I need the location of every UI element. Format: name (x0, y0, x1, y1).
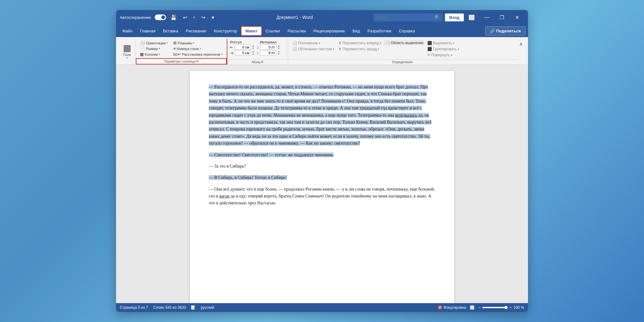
orientation-dropdown: ▾ (166, 42, 168, 44)
collapse-ribbon-btn[interactable]: ∧ (519, 41, 523, 47)
align-btn[interactable]: ⬛ Выровнять ▾ (425, 40, 461, 46)
send-backward-icon: ⬇ (338, 47, 341, 51)
fields-btn[interactable]: ▦ Поля ▾ (119, 39, 136, 63)
indent-right-up[interactable]: ▲ (252, 50, 254, 53)
ribbon-collapse-area: ∧ (517, 39, 525, 64)
orientation-btn[interactable]: ⬜ Ориентация ▾ (138, 40, 169, 46)
send-backward-btn[interactable]: ⬇ Переместить назад ▾ (336, 46, 383, 52)
zoom-in-btn[interactable]: + (509, 305, 512, 310)
paragraph-1: — Рассердился-то он рассердился, да, мож… (209, 84, 435, 147)
share-button[interactable]: 🔗 Поделиться (485, 26, 525, 36)
menu-view[interactable]: Вид (349, 27, 364, 35)
fit-page-icon[interactable]: ⬜ (470, 305, 475, 310)
status-bar: Страница 5 из 7 Слово 545 из 3633 📝 русс… (116, 303, 528, 312)
menu-review[interactable]: Рецензирование (310, 27, 349, 35)
spacing-after-up[interactable]: ▲ (278, 50, 280, 53)
undo-icon[interactable]: ↩ (181, 13, 189, 22)
fields-large-btn[interactable]: ▦ Поля ▾ (121, 42, 133, 60)
size-btn[interactable]: 📄 Размер ▾ (138, 46, 169, 51)
selection-pane-btn[interactable]: ⬜ Область выделения (384, 40, 425, 45)
spacing-after-down[interactable]: ▼ (278, 53, 280, 55)
window-title: Документ1 - Word (219, 15, 371, 20)
search-input[interactable] (373, 14, 442, 21)
menu-layout[interactable]: Макет (241, 26, 262, 36)
spacing-before-input[interactable] (260, 45, 276, 50)
menu-insert[interactable]: Вставка (159, 27, 182, 35)
language[interactable]: русский (201, 305, 214, 310)
send-backward-label: Переместить назад (342, 47, 377, 51)
ribbon-indent-spacing-group: Отступ Интервал ⇤ ▲ ▼ (227, 39, 288, 64)
menu-file[interactable]: Файл (119, 27, 136, 35)
indent-right-down[interactable]: ▼ (252, 53, 254, 55)
bring-forward-btn[interactable]: ⬆ Переместить вперёд ▾ (336, 40, 383, 46)
ribbon-toggle-icon[interactable]: ⬜ (464, 10, 479, 25)
fields-icon: ▦ (123, 43, 131, 53)
underline-word-1: испужалась (395, 113, 417, 118)
restore-button[interactable]: ❐ (495, 10, 509, 25)
zoom-bar-fill (482, 307, 508, 308)
menu-draw[interactable]: Рисование (182, 27, 210, 35)
search-container: 🔍 (373, 14, 442, 21)
zoom-out-btn[interactable]: − (478, 305, 480, 310)
line-numbers-btn[interactable]: ≡ Номера строк ▾ (172, 46, 224, 51)
window-title-text: Документ1 - Word (276, 15, 313, 20)
breaks-btn[interactable]: ⊞ Разрывы ▾ (172, 40, 224, 46)
columns-btn[interactable]: ▦ Колонки ▾ (138, 52, 169, 57)
indent-right-input[interactable] (235, 50, 251, 55)
indent-left-up[interactable]: ▲ (252, 45, 254, 47)
hyphenation-icon: bc↵ (173, 52, 181, 57)
position-wrap-btns: ⬜ Положение ▾ ⬜ Обтекание текстом ▾ (291, 40, 336, 52)
menu-home[interactable]: Главная (136, 27, 159, 35)
indent-left-down[interactable]: ▼ (252, 47, 254, 50)
spacing-before-icon: ↕ (257, 45, 259, 50)
position-btn[interactable]: ⬜ Положение ▾ (291, 40, 336, 46)
wrap-text-label: Обтекание текстом (298, 47, 332, 51)
zoom-bar[interactable] (482, 307, 508, 308)
orientation-label: Ориентация (146, 41, 165, 45)
indent-left-arrows: ▲ ▼ (252, 45, 254, 50)
focus-label[interactable]: 🎯 Фокусировка (438, 305, 466, 310)
hyphenation-btn[interactable]: bc↵ Расстановка переносов ▾ (172, 52, 224, 57)
fields-label: Поля (123, 53, 131, 57)
underline-word-2: вагон (219, 194, 230, 198)
menu-developer[interactable]: Разработчик (364, 27, 395, 35)
menu-mailings[interactable]: Рассылки (284, 27, 309, 35)
rotate-label: Повернуть (431, 53, 450, 57)
wrap-text-btn[interactable]: ⬜ Обтекание текстом ▾ (291, 46, 336, 52)
paragraph-5-text: — Они всё думают, что я еще болен, — про… (209, 187, 435, 206)
spacing-after-input[interactable] (260, 50, 276, 55)
spacing-label: Интервал (260, 40, 285, 44)
redo-icon[interactable]: ↪ (199, 13, 207, 22)
indent-left-input[interactable] (235, 45, 251, 50)
menu-help[interactable]: Справка (395, 27, 419, 35)
align-label: Выровнять (433, 41, 452, 45)
menu-references[interactable]: Ссылки (262, 27, 284, 35)
spacing-before-up[interactable]: ▲ (278, 45, 280, 47)
close-button[interactable]: ✕ (510, 10, 524, 25)
paragraph-group-label[interactable]: Абзац ⧉ (227, 59, 288, 64)
ribbon-row: ▦ Поля ▾ ⬜ Ориентация ▾ (119, 39, 525, 64)
signin-button[interactable]: Вход (445, 14, 464, 21)
zoom-control: − + 100 % (478, 305, 524, 310)
menu-design[interactable]: Конструктор (210, 27, 241, 35)
group-btn[interactable]: ⬛ Группировать ▾ (425, 46, 461, 52)
size-dropdown: ▾ (159, 47, 160, 50)
customize-icon[interactable]: ▾ (210, 13, 216, 22)
spacing-before-down[interactable]: ▼ (278, 47, 280, 50)
proofing-icon[interactable]: 📝 (191, 305, 196, 310)
spacing-after-row: ↕ ▲ ▼ (257, 50, 280, 55)
line-numbers-dropdown: ▾ (200, 47, 201, 50)
autosave-toggle[interactable] (155, 14, 166, 20)
minimize-button[interactable]: — (480, 10, 494, 25)
paragraph-5: — Они всё думают, что я еще болен, — про… (209, 186, 435, 207)
ribbon: ▦ Поля ▾ ⬜ Ориентация ▾ (116, 37, 528, 65)
autosave-label: Автосохранение (120, 15, 151, 20)
page-setup-group-label[interactable]: Параметры страницы ⧉ (136, 58, 227, 64)
rotate-btn[interactable]: ↻ Повернуть ▾ (425, 52, 461, 58)
page-info: Страница 5 из 7 (120, 305, 148, 310)
arrange-group-label[interactable]: Упорядочение (288, 59, 517, 64)
save-icon[interactable]: 💾 (169, 13, 179, 22)
indent-spacing-row1: ⇤ ▲ ▼ ↕ ▲ ▼ (230, 45, 280, 50)
undo-dropdown-icon[interactable]: ▾ (192, 14, 197, 20)
position-label: Положение (298, 41, 318, 45)
